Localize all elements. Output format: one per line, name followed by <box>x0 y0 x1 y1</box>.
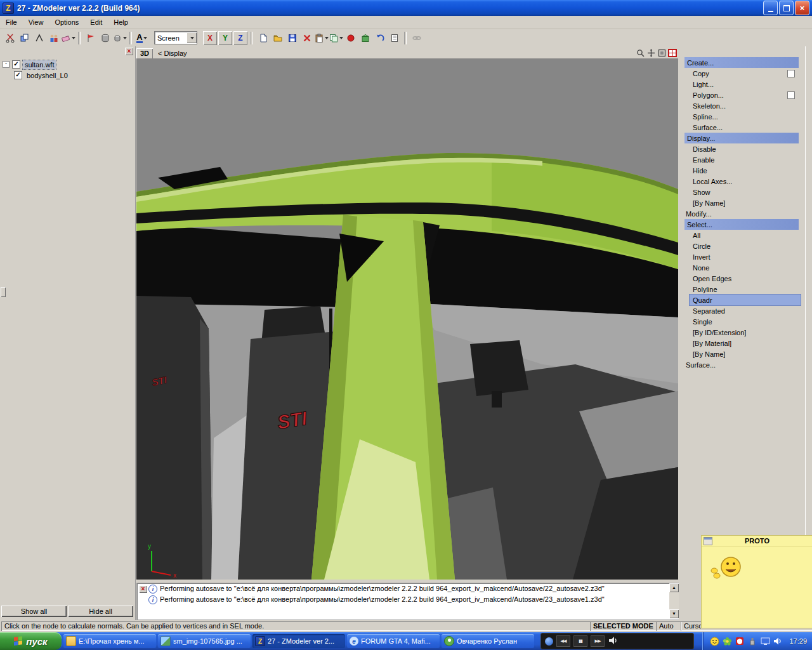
visibility-checkbox[interactable]: ✓ <box>12 60 20 69</box>
open-folder-icon[interactable] <box>270 31 285 45</box>
axis-y-button[interactable]: Y <box>218 31 232 45</box>
side-scroll-strip[interactable] <box>805 46 812 620</box>
save-icon[interactable] <box>285 31 299 45</box>
menu-hide[interactable]: Hide <box>679 165 805 176</box>
paste-icon[interactable] <box>314 31 329 45</box>
menu-create[interactable]: Create... <box>684 57 799 68</box>
menu-display[interactable]: Display... <box>684 133 799 143</box>
menu-enable[interactable]: Enable <box>679 154 805 165</box>
option-box[interactable] <box>787 70 795 77</box>
menu-select[interactable]: Select... <box>684 219 799 230</box>
screen-select[interactable]: Screen <box>154 31 197 44</box>
menu-show[interactable]: Show <box>679 187 805 197</box>
taskbar-item-explorer[interactable]: E:\Прочая хрень м... <box>63 634 156 648</box>
menu-select-by-material[interactable]: [By Material] <box>679 338 805 348</box>
tray-display-icon[interactable] <box>760 636 770 646</box>
copy-special-icon[interactable] <box>329 31 343 45</box>
restore-button[interactable] <box>779 1 794 15</box>
geometry-icon[interactable] <box>98 31 112 45</box>
menu-skeleton[interactable]: Skeleton... <box>679 100 805 111</box>
flag-icon[interactable] <box>83 31 98 45</box>
tray-smiley-icon[interactable] <box>709 636 719 646</box>
player-volume-icon[interactable] <box>608 636 618 646</box>
show-all-button[interactable]: Show all <box>1 606 67 617</box>
scroll-up-icon[interactable]: ▲ <box>669 583 679 592</box>
taskbar-item-browser[interactable]: eFORUM GTA 4, Mafi... <box>347 634 440 648</box>
tree-item-label[interactable]: sultan.wft <box>23 60 56 69</box>
menu-edit[interactable]: Edit <box>84 17 108 27</box>
tree-row-sultan[interactable]: - ✓ sultan.wft <box>0 59 135 70</box>
close-button[interactable]: × <box>795 1 809 15</box>
menu-select-invert[interactable]: Invert <box>679 251 805 262</box>
taskbar-item-zmodeler[interactable]: Z27 - ZModeler ver 2... <box>252 634 345 648</box>
menu-polygon[interactable]: Polygon... <box>679 90 805 100</box>
eraser-icon[interactable] <box>61 31 75 45</box>
record-icon[interactable] <box>343 31 358 45</box>
menu-modify[interactable]: Modify... <box>679 208 805 219</box>
menu-select-by-id[interactable]: [By ID/Extension] <box>679 327 805 338</box>
option-box[interactable] <box>787 91 795 99</box>
menu-select-all[interactable]: All <box>679 230 805 241</box>
lod-icon[interactable] <box>112 31 127 45</box>
delete-icon[interactable] <box>299 31 314 45</box>
tray-icq-flower-icon[interactable] <box>722 636 732 646</box>
log-icon[interactable] <box>387 31 402 45</box>
menu-select-none[interactable]: None <box>679 262 805 273</box>
pan-icon[interactable] <box>646 48 655 57</box>
copy-objects-icon[interactable] <box>17 31 32 45</box>
viewport-tab-3d[interactable]: 3D <box>136 48 153 58</box>
menu-select-quadr[interactable]: Quadr <box>690 295 801 305</box>
new-file-icon[interactable] <box>256 31 270 45</box>
tree-item-label[interactable]: bodyshell_L0 <box>25 71 70 80</box>
tray-antivirus-icon[interactable] <box>735 636 745 646</box>
menu-disable[interactable]: Disable <box>679 143 805 154</box>
package-icon[interactable] <box>358 31 372 45</box>
player-app-icon[interactable] <box>545 637 553 646</box>
log-scrollbar[interactable]: ▲ ▼ <box>669 583 679 618</box>
menu-select-polyline[interactable]: Polyline <box>679 284 805 295</box>
player-next-button[interactable]: ▶▶ <box>591 635 605 647</box>
sticky-note[interactable]: PROTO <box>701 535 812 628</box>
menu-select-separated[interactable]: Separated <box>679 305 805 316</box>
menu-spline[interactable]: Spline... <box>679 111 805 122</box>
hide-all-button[interactable]: Hide all <box>68 606 133 617</box>
menu-view[interactable]: View <box>23 17 49 27</box>
viewport-canvas[interactable]: STI STI y x <box>136 58 678 580</box>
taskbar-item-image[interactable]: sm_img-107565.jpg ... <box>158 634 251 648</box>
menu-options[interactable]: Options <box>49 17 84 27</box>
mirror-icon[interactable] <box>32 31 46 45</box>
menu-surface[interactable]: Surface... <box>679 359 805 370</box>
start-button[interactable]: пуск <box>0 632 62 650</box>
combo-arrow-button[interactable] <box>187 32 197 43</box>
people-icon[interactable] <box>46 31 61 45</box>
viewport-view-label[interactable]: < Display <box>158 50 187 57</box>
menu-copy[interactable]: Copy <box>679 68 805 79</box>
menu-local-axes[interactable]: Local Axes... <box>679 176 805 187</box>
menu-light[interactable]: Light... <box>679 79 805 90</box>
tray-volume-icon[interactable] <box>773 636 783 646</box>
player-pause-button[interactable]: ▮▮ <box>573 635 587 647</box>
menu-select-by-name[interactable]: [By Name] <box>679 348 805 359</box>
viewport-layout-icon[interactable] <box>668 48 677 57</box>
maximize-view-icon[interactable] <box>657 48 666 57</box>
undo-icon[interactable] <box>372 31 387 45</box>
zoom-icon[interactable] <box>636 48 645 57</box>
menu-file[interactable]: File <box>0 17 23 27</box>
menu-help[interactable]: Help <box>108 17 134 27</box>
scroll-thumb[interactable] <box>1 287 6 297</box>
tree-row-bodyshell[interactable]: ✓ bodyshell_L0 <box>0 70 135 81</box>
sticky-note-header[interactable]: PROTO <box>702 536 812 547</box>
note-icon[interactable] <box>704 537 712 545</box>
scroll-down-icon[interactable]: ▼ <box>669 609 679 618</box>
menu-select-single[interactable]: Single <box>679 316 805 327</box>
axis-z-button[interactable]: Z <box>233 31 247 45</box>
tree-expander-icon[interactable]: - <box>3 61 10 68</box>
menu-select-open-edges[interactable]: Open Edges <box>679 273 805 284</box>
menu-surface-create[interactable]: Surface... <box>679 122 805 133</box>
minimize-button[interactable] <box>763 1 778 15</box>
player-prev-button[interactable]: ◀◀ <box>556 635 570 647</box>
menu-select-circle[interactable]: Circle <box>679 241 805 251</box>
tray-clock[interactable]: 17:29 <box>789 637 807 645</box>
scissors-icon[interactable] <box>3 31 17 45</box>
font-color-icon[interactable]: A <box>134 31 149 45</box>
